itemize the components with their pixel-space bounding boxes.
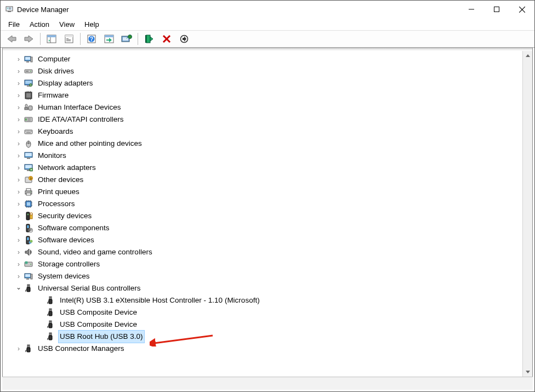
expander-closed-icon[interactable]: › xyxy=(15,126,22,138)
ide-icon xyxy=(24,115,33,124)
svg-rect-145 xyxy=(51,333,52,334)
svg-rect-56 xyxy=(29,99,29,100)
tree-node-other-devices[interactable]: ›?Other devices xyxy=(9,174,522,186)
svg-rect-32 xyxy=(146,35,150,43)
expander-closed-icon[interactable]: › xyxy=(15,101,22,113)
svg-marker-11 xyxy=(25,36,33,42)
svg-rect-69 xyxy=(29,131,30,132)
expander-closed-icon[interactable]: › xyxy=(15,210,22,222)
show-hide-console-tree-button[interactable] xyxy=(43,31,60,47)
scan-hardware-button[interactable] xyxy=(101,31,117,47)
menu-action[interactable]: Action xyxy=(25,19,54,30)
expander-closed-icon[interactable]: › xyxy=(15,53,22,65)
expander-closed-icon[interactable]: › xyxy=(15,186,22,198)
tree-node-label: Firmware xyxy=(37,89,70,101)
menu-file[interactable]: File xyxy=(4,19,24,30)
system-icon xyxy=(24,271,33,281)
tree-node-security-devices[interactable]: ›Security devices xyxy=(9,210,522,222)
expander-closed-icon[interactable]: › xyxy=(15,198,22,210)
svg-rect-57 xyxy=(30,99,31,100)
svg-rect-142 xyxy=(49,333,52,336)
tree-node-label: USB Root Hub (USB 3.0) xyxy=(59,331,144,343)
tree-node-label: Security devices xyxy=(37,210,93,222)
uninstall-device-button[interactable] xyxy=(158,31,175,47)
tree-node-processors[interactable]: ›Processors xyxy=(9,198,522,210)
tree-node-human-interface-devices[interactable]: ›Human Interface Devices xyxy=(9,101,522,113)
tree-node-network-adapters[interactable]: ›Network adapters xyxy=(9,162,522,174)
tree-node-usb-composite-device[interactable]: USB Composite Device xyxy=(9,306,522,319)
svg-rect-125 xyxy=(26,279,29,280)
tree-node-print-queues[interactable]: ›Print queues xyxy=(9,186,522,198)
minimize-button[interactable] xyxy=(459,1,484,18)
tree-node-ide-ata-atapi-controllers[interactable]: ›IDE ATA/ATAPI controllers xyxy=(9,113,522,126)
nav-back-button[interactable] xyxy=(3,31,20,47)
usb-icon xyxy=(45,296,55,305)
tree-node-usb-connector-managers[interactable]: ›USB Connector Managers xyxy=(9,343,522,355)
svg-rect-130 xyxy=(49,297,52,299)
svg-text:?: ? xyxy=(90,36,93,42)
usb-icon xyxy=(45,320,55,329)
menu-help[interactable]: Help xyxy=(80,19,104,30)
expander-closed-icon[interactable]: › xyxy=(15,222,22,234)
usb-icon xyxy=(24,283,33,293)
hid-icon xyxy=(24,103,33,112)
svg-rect-4 xyxy=(9,8,11,8)
expander-closed-icon[interactable]: › xyxy=(15,113,22,126)
expander-closed-icon[interactable]: › xyxy=(15,234,22,246)
titlebar: Device Manager xyxy=(1,1,534,18)
scroll-down-button[interactable] xyxy=(523,367,532,377)
tree-node-display-adapters[interactable]: ›Display adapters xyxy=(9,77,522,89)
svg-rect-54 xyxy=(30,91,31,92)
expander-closed-icon[interactable]: › xyxy=(15,77,22,89)
close-button[interactable] xyxy=(509,1,534,18)
update-driver-button[interactable] xyxy=(118,31,135,47)
maximize-button[interactable] xyxy=(484,1,509,18)
tree-node-storage-controllers[interactable]: ›Storage controllers xyxy=(9,258,522,270)
help-button[interactable]: ? xyxy=(83,31,100,47)
tree-node-usb-composite-device[interactable]: USB Composite Device xyxy=(9,319,522,331)
properties-button[interactable] xyxy=(61,31,77,47)
tree-node-disk-drives[interactable]: ›Disk drives xyxy=(9,65,522,77)
expander-closed-icon[interactable]: › xyxy=(15,246,22,258)
svg-rect-132 xyxy=(50,297,50,298)
nav-forward-button[interactable] xyxy=(21,31,37,47)
tree-node-sound-video-and-game-controllers[interactable]: ›Sound, video and game controllers xyxy=(9,246,522,258)
expander-closed-icon[interactable]: › xyxy=(15,174,22,186)
device-tree[interactable]: ›Computer›Disk drives›Display adapters›F… xyxy=(3,51,522,377)
tree-node-keyboards[interactable]: ›Keyboards xyxy=(9,126,522,138)
svg-rect-144 xyxy=(50,333,50,334)
svg-rect-113 xyxy=(27,237,29,240)
expander-closed-icon[interactable]: › xyxy=(15,343,22,355)
expander-open-icon[interactable]: ⌄ xyxy=(15,281,22,293)
tree-node-computer[interactable]: ›Computer xyxy=(9,53,522,65)
tree-node-system-devices[interactable]: ›System devices xyxy=(9,270,522,282)
swcomp-icon xyxy=(24,223,33,233)
expander-closed-icon[interactable]: › xyxy=(15,138,22,150)
expander-closed-icon[interactable]: › xyxy=(15,162,22,174)
vertical-scrollbar[interactable] xyxy=(522,51,532,377)
expander-closed-icon[interactable]: › xyxy=(15,258,22,270)
expander-closed-icon[interactable]: › xyxy=(15,150,22,162)
tree-node-firmware[interactable]: ›Firmware xyxy=(9,89,522,101)
enable-device-button[interactable] xyxy=(141,31,157,47)
tree-node-mice-and-other-pointing-devices[interactable]: ›Mice and other pointing devices xyxy=(9,138,522,150)
tree-node-universal-serial-bus-controllers[interactable]: ⌄Universal Serial Bus controllers xyxy=(9,282,522,294)
scroll-up-button[interactable] xyxy=(523,51,532,60)
expander-closed-icon[interactable]: › xyxy=(15,65,22,77)
tree-node-monitors[interactable]: ›Monitors xyxy=(9,150,522,162)
svg-rect-7 xyxy=(494,7,499,12)
svg-rect-78 xyxy=(27,158,30,159)
disable-device-button[interactable] xyxy=(176,31,192,47)
expander-closed-icon[interactable]: › xyxy=(15,89,22,101)
expander-closed-icon[interactable]: › xyxy=(15,270,22,282)
svg-rect-67 xyxy=(26,131,27,132)
tree-node-label: Computer xyxy=(37,53,71,65)
tree-node-software-devices[interactable]: ›Software devices xyxy=(9,234,522,246)
menu-view[interactable]: View xyxy=(55,19,79,30)
svg-text:?: ? xyxy=(30,177,32,180)
tree-node-usb-root-hub-usb-3-0[interactable]: USB Root Hub (USB 3.0) xyxy=(9,331,522,343)
svg-rect-25 xyxy=(105,35,113,37)
tree-node-label: IDE ATA/ATAPI controllers xyxy=(37,113,125,126)
tree-node-software-components[interactable]: ›Software components xyxy=(9,222,522,234)
tree-node-intel-r-usb-3-1-extensible-host-controll[interactable]: Intel(R) USB 3.1 eXtensible Host Control… xyxy=(9,294,522,306)
